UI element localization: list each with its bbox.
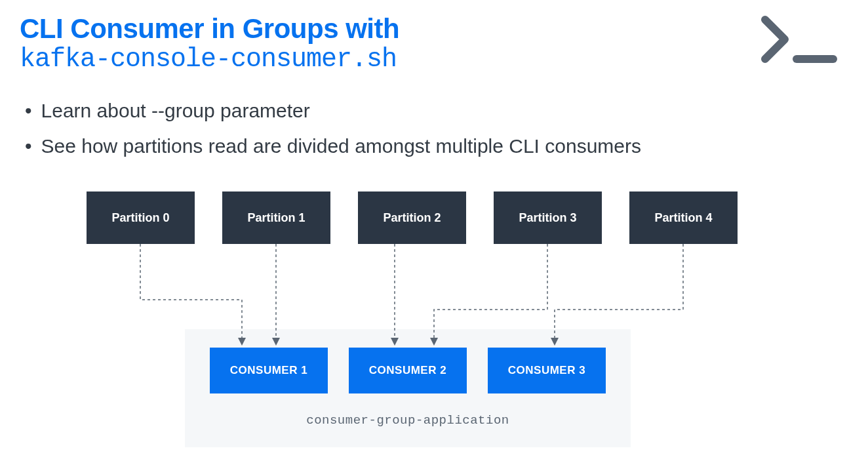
partition-box-2: Partition 2 [358,191,466,244]
consumer-box-2: CONSUMER 2 [349,348,467,393]
bullet-list: Learn about --group parameter See how pa… [20,93,848,164]
bullet-text: Learn about --group parameter [41,93,310,129]
partition-box-3: Partition 3 [494,191,602,244]
title-line-1: CLI Consumer in Groups with [20,13,848,45]
bullet-text: See how partitions read are divided amon… [41,129,641,164]
partition-box-4: Partition 4 [629,191,738,244]
partition-box-0: Partition 0 [87,191,195,244]
bullet-item: Learn about --group parameter [25,93,848,129]
diagram: Partition 0 Partition 1 Partition 2 Part… [87,191,755,454]
consumer-row: CONSUMER 1 CONSUMER 2 CONSUMER 3 [210,348,606,393]
partition-row: Partition 0 Partition 1 Partition 2 Part… [87,191,755,244]
slide: CLI Consumer in Groups with kafka-consol… [0,0,868,463]
slide-title: CLI Consumer in Groups with kafka-consol… [20,13,848,75]
consumer-box-1: CONSUMER 1 [210,348,328,393]
consumer-group-box: CONSUMER 1 CONSUMER 2 CONSUMER 3 consume… [185,329,631,447]
bullet-item: See how partitions read are divided amon… [25,129,848,164]
title-line-2-code: kafka-console-consumer.sh [20,45,848,75]
consumer-box-3: CONSUMER 3 [488,348,606,393]
partition-box-1: Partition 1 [222,191,330,244]
terminal-icon [757,13,842,66]
consumer-group-label: consumer-group-application [306,413,509,428]
